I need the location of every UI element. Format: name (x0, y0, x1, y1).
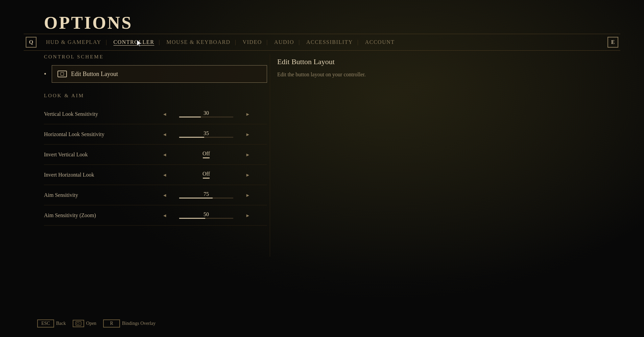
tab-account[interactable]: ACCOUNT (359, 38, 401, 47)
aim-sensitivity-zoom-track[interactable] (179, 218, 233, 219)
vertical-look-increase[interactable]: ► (243, 110, 253, 118)
r-key-badge: R (103, 319, 120, 328)
horizontal-look-decrease[interactable]: ◄ (160, 131, 170, 138)
vertical-look-control: ◄ 30 ► (145, 110, 267, 118)
aim-sensitivity-zoom-value: 50 (204, 212, 209, 217)
bullet: • (44, 70, 46, 78)
invert-horizontal-control: ◄ Off ► (145, 171, 267, 179)
open-key-badge (73, 320, 84, 327)
aim-sensitivity-track[interactable] (179, 198, 233, 199)
vertical-look-fill (179, 116, 201, 118)
invert-horizontal-toggle: Off (172, 171, 240, 179)
tab-accessibility[interactable]: ACCESSIBILITY (300, 38, 359, 47)
tab-controller[interactable]: CONTROLLER (108, 38, 161, 47)
vertical-look-slider: 30 (172, 110, 240, 118)
invert-vertical-dash (203, 157, 210, 158)
setting-row-invert-horizontal: Invert Horizontal Look ◄ Off ► (44, 165, 267, 185)
svg-rect-1 (77, 322, 79, 325)
info-panel-title: Edit Button Layout (277, 57, 446, 66)
vertical-separator (270, 54, 270, 257)
setting-row-aim-sensitivity-zoom: Aim Sensitivity (Zoom) ◄ 50 ► (44, 205, 267, 226)
aim-sensitivity-zoom-slider: 50 (172, 212, 240, 219)
aim-sensitivity-zoom-increase[interactable]: ► (243, 212, 253, 219)
invert-vertical-decrease[interactable]: ◄ (160, 151, 170, 158)
invert-vertical-increase[interactable]: ► (243, 151, 253, 158)
invert-horizontal-dash (203, 178, 210, 179)
edit-button-layout-label: Edit Button Layout (71, 71, 118, 78)
vertical-look-track[interactable] (179, 116, 233, 118)
vertical-look-value: 30 (204, 110, 209, 116)
nav-left-key[interactable]: Q (26, 37, 37, 48)
open-key-label: Open (86, 321, 96, 326)
esc-key-label: Back (56, 321, 66, 326)
setting-row-horizontal-look: Horizontal Look Sensitivity ◄ 35 ► (44, 124, 267, 145)
aim-sensitivity-increase[interactable]: ► (243, 191, 253, 199)
nav-tabs: HUD & GAMEPLAY CONTROLLER MOUSE & KEYBOA… (40, 38, 401, 47)
horizontal-look-track[interactable] (179, 137, 233, 138)
invert-horizontal-increase[interactable]: ► (243, 171, 253, 179)
look-aim-title: LOOK & AIM (44, 93, 267, 99)
info-panel-description: Edit the button layout on your controlle… (277, 70, 446, 79)
invert-vertical-value: Off (202, 151, 210, 157)
edit-button-layout-button[interactable]: Edit Button Layout (52, 65, 267, 83)
aim-sensitivity-label: Aim Sensitivity (44, 192, 145, 198)
aim-sensitivity-slider: 75 (172, 191, 240, 199)
aim-sensitivity-zoom-label: Aim Sensitivity (Zoom) (44, 212, 145, 218)
aim-sensitivity-fill (179, 198, 213, 199)
invert-horizontal-decrease[interactable]: ◄ (160, 171, 170, 179)
bottom-bar: ESC Back Open R Bindings Overlay (37, 319, 160, 328)
controller-icon (57, 71, 67, 77)
look-aim-section: LOOK & AIM Vertical Look Sensitivity ◄ 3… (44, 93, 267, 226)
tab-video[interactable]: VIDEO (237, 38, 268, 47)
invert-horizontal-label: Invert Horizontal Look (44, 172, 145, 178)
control-scheme-section: CONTROL SCHEME • Edit Button Layout (44, 54, 267, 83)
invert-vertical-toggle: Off (172, 151, 240, 158)
tab-hud-gameplay[interactable]: HUD & GAMEPLAY (40, 38, 108, 47)
aim-sensitivity-control: ◄ 75 ► (145, 191, 267, 199)
setting-row-aim-sensitivity: Aim Sensitivity ◄ 75 ► (44, 185, 267, 205)
aim-sensitivity-zoom-control: ◄ 50 ► (145, 212, 267, 219)
horizontal-look-value: 35 (204, 131, 209, 136)
horizontal-look-label: Horizontal Look Sensitivity (44, 131, 145, 137)
content-area: CONTROL SCHEME • Edit Button Layout LOOK… (44, 54, 267, 226)
aim-sensitivity-decrease[interactable]: ◄ (160, 191, 170, 199)
horizontal-look-fill (179, 137, 204, 138)
setting-row-invert-vertical: Invert Vertical Look ◄ Off ► (44, 145, 267, 165)
horizontal-look-increase[interactable]: ► (243, 131, 253, 138)
invert-horizontal-value: Off (202, 171, 210, 177)
bindings-key-label: Bindings Overlay (122, 321, 156, 326)
invert-vertical-label: Invert Vertical Look (44, 152, 145, 158)
control-scheme-item: • Edit Button Layout (44, 65, 267, 83)
svg-rect-0 (76, 321, 81, 326)
invert-vertical-control: ◄ Off ► (145, 151, 267, 158)
setting-row-vertical-look: Vertical Look Sensitivity ◄ 30 ► (44, 104, 267, 124)
horizontal-look-control: ◄ 35 ► (145, 131, 267, 138)
aim-sensitivity-zoom-fill (179, 218, 205, 219)
tab-mouse-keyboard[interactable]: MOUSE & KEYBOARD (160, 38, 236, 47)
aim-sensitivity-zoom-decrease[interactable]: ◄ (160, 212, 170, 219)
vertical-look-label: Vertical Look Sensitivity (44, 111, 145, 117)
vertical-look-decrease[interactable]: ◄ (160, 110, 170, 118)
page-title: OPTIONS (44, 13, 133, 33)
aim-sensitivity-value: 75 (204, 191, 209, 197)
nav-bar: Q HUD & GAMEPLAY CONTROLLER MOUSE & KEYB… (24, 34, 620, 51)
info-panel: Edit Button Layout Edit the button layou… (277, 57, 446, 79)
control-scheme-title: CONTROL SCHEME (44, 54, 267, 60)
horizontal-look-slider: 35 (172, 131, 240, 138)
esc-key-badge: ESC (37, 319, 54, 328)
nav-right-key[interactable]: E (607, 37, 618, 48)
tab-audio[interactable]: AUDIO (268, 38, 300, 47)
